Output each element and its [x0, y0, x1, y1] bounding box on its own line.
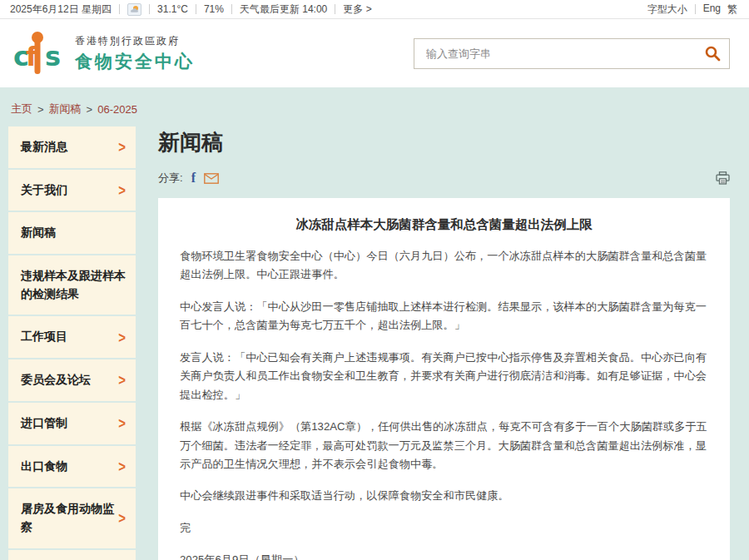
search-button[interactable] [704, 45, 721, 62]
divider [149, 4, 150, 14]
sidebar-item-label: 工作项目 [21, 328, 67, 346]
breadcrumb-item: 06-2025 [97, 103, 137, 116]
article-paragraph: 中心发言人说：「中心从沙田一零售店铺抽取上述样本进行检测。结果显示，该样本的大肠… [180, 298, 708, 335]
email-share-icon[interactable] [204, 173, 219, 184]
sidebar-item[interactable]: 屠房及食用动物监察> [8, 488, 136, 548]
page-body: 主页>新闻稿>06-2025 最新消息>关于我们>新闻稿违规样本及跟进样本的检测… [0, 87, 749, 560]
share-label: 分享: [158, 171, 183, 186]
article-paragraph: 完 [180, 519, 708, 538]
chevron-right-icon: > [118, 458, 126, 475]
chevron-right-icon: > [118, 371, 126, 389]
org-name: 香港特別行政區政府 食物安全中心 [75, 34, 195, 73]
chevron-right-icon: > [118, 181, 126, 199]
sidebar-item[interactable]: 违规样本及跟进样本的检测结果 [8, 255, 136, 315]
chevron-right-icon: > [118, 329, 126, 346]
sidebar-item-label: 委员会及论坛 [21, 371, 91, 389]
share-row: 分享: f [158, 171, 730, 186]
article-paragraph: 2025年6月9日（星期一） [180, 551, 708, 560]
current-date: 2025年6月12日 星期四 [10, 2, 112, 17]
top-utility-bar: 2025年6月12日 星期四 31.1°C 71% 天气最后更新 14:00 更… [0, 0, 749, 19]
svg-text:s: s [45, 41, 61, 72]
sidebar-item-label: 屠房及食用动物监察 [21, 500, 118, 536]
breadcrumb-item[interactable]: 新闻稿 [49, 102, 82, 116]
sidebar-item-label: 进口管制 [21, 414, 67, 433]
divider [231, 4, 232, 14]
printer-icon[interactable] [716, 171, 730, 185]
breadcrumb: 主页>新闻稿>06-2025 [0, 87, 749, 126]
sidebar-item[interactable]: 工作项目> [8, 316, 136, 358]
cfs-logo-mark: c f s [13, 29, 67, 77]
article-paragraph: 根据《冰冻甜点规例》（第132AC章），任何供出售的冰冻甜点，每克不可含有多于一… [180, 418, 708, 473]
sidebar-item[interactable]: 新闻稿 [8, 212, 136, 254]
temperature: 31.1°C [157, 3, 188, 15]
org-name-government: 香港特別行政區政府 [75, 34, 195, 48]
svg-text:f: f [26, 41, 38, 72]
divider [695, 4, 696, 14]
sidebar-item[interactable]: 委员会及论坛> [8, 359, 136, 401]
article-paragraph: 食物环境卫生署食物安全中心（中心）今日（六月九日）公布，一个冰冻甜点样本的大肠菌… [180, 247, 708, 285]
site-header: c f s 香港特別行政區政府 食物安全中心 [0, 19, 749, 87]
sidebar-item-label: 出口食物 [21, 458, 67, 476]
facebook-share-icon[interactable]: f [191, 171, 196, 186]
divider [119, 4, 120, 14]
press-release-article: 冰冻甜点样本大肠菌群含量和总含菌量超出法例上限 食物环境卫生署食物安全中心（中心… [158, 198, 730, 560]
search-box [414, 38, 730, 69]
lang-traditional-link[interactable]: 繁 [727, 2, 737, 17]
breadcrumb-separator: > [37, 103, 44, 116]
divider [335, 4, 335, 14]
font-size-control[interactable]: 字型大小 [647, 2, 687, 17]
page-title: 新闻稿 [158, 128, 730, 157]
sidebar-item-label: 最新消息 [21, 138, 67, 156]
breadcrumb-item[interactable]: 主页 [11, 102, 32, 116]
sidebar-item[interactable]: 出口食物> [8, 446, 136, 488]
search-icon [704, 45, 721, 62]
sidebar-item-label: 违规样本及跟进样本的检测结果 [21, 267, 126, 303]
weather-icon[interactable] [127, 3, 141, 16]
sidebar-item[interactable]: 进口管制> [8, 403, 136, 444]
lang-english-link[interactable]: Eng [703, 2, 721, 17]
more-link[interactable]: 更多 > [343, 2, 371, 17]
divider [196, 4, 196, 14]
cfs-logo[interactable]: c f s 香港特別行政區政府 食物安全中心 [13, 29, 195, 77]
sidebar-item-label: 新闻稿 [21, 224, 56, 242]
org-name-centre: 食物安全中心 [75, 50, 195, 73]
breadcrumb-separator: > [87, 103, 93, 116]
chevron-right-icon: > [118, 509, 126, 527]
article-paragraph: 中心会继续跟进事件和采取适当行动，以保障食物安全和市民健康。 [180, 487, 708, 505]
main-content: 新闻稿 分享: f [158, 126, 730, 560]
sidebar-item[interactable]: 食物规例 / 指引 [8, 550, 136, 560]
chevron-right-icon: > [118, 138, 126, 156]
article-paragraph: 发言人说：「中心已知会有关商户上述违规事项。有关商户已按中心指示停售及弃置相关食… [180, 349, 708, 404]
sidebar-item-label: 关于我们 [21, 181, 67, 200]
humidity: 71% [204, 3, 224, 15]
chevron-right-icon: > [118, 414, 126, 432]
sidebar-nav: 最新消息>关于我们>新闻稿违规样本及跟进样本的检测结果工作项目>委员会及论坛>进… [8, 126, 136, 560]
article-title: 冰冻甜点样本大肠菌群含量和总含菌量超出法例上限 [180, 216, 708, 234]
article-body: 食物环境卫生署食物安全中心（中心）今日（六月九日）公布，一个冰冻甜点样本的大肠菌… [180, 247, 708, 560]
sidebar-item[interactable]: 最新消息> [8, 126, 136, 168]
sidebar-item[interactable]: 关于我们> [8, 170, 136, 211]
search-input[interactable] [426, 47, 704, 60]
weather-update-time: 天气最后更新 14:00 [240, 2, 327, 17]
